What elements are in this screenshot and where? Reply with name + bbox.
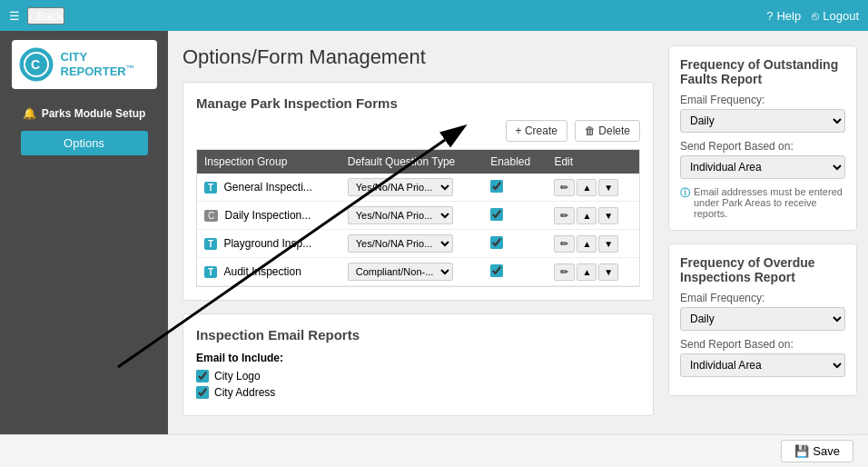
move-up-button[interactable]: ▲ [577,235,597,253]
table-row: T Audit Inspection Compliant/Non-... ✏ ▲… [197,258,639,286]
freq-outstanding-email-select[interactable]: Daily Weekly Monthly [680,109,845,133]
cell-group: T Audit Inspection [197,258,340,286]
cell-question-type[interactable]: Yes/No/NA Prio... [340,230,483,258]
table-row: T General Inspecti... Yes/No/NA Prio... … [197,174,639,202]
freq-outstanding-info: ⓘ Email addresses must be entered under … [680,186,845,219]
cell-group: T General Inspecti... [197,174,340,202]
page-title: Options/Form Management [182,45,654,69]
menu-button[interactable]: ☰ [9,9,20,23]
freq-outstanding-title: Frequency of Outstanding Faults Report [680,57,845,86]
email-checkbox-label: City Logo [214,370,261,383]
email-checkbox-0[interactable] [196,370,209,383]
type-badge: T [204,182,217,194]
cell-question-type[interactable]: Yes/No/NA Prio... [340,202,483,230]
freq-overdue-based-select[interactable]: Individual Area All Areas [680,353,845,377]
help-button[interactable]: ? Help [766,9,801,23]
table-row: C Daily Inspection... Yes/No/NA Prio... … [197,202,639,230]
group-name: Audit Inspection [223,265,301,278]
freq-overdue-email-select[interactable]: Daily Weekly Monthly [680,307,845,331]
enabled-checkbox[interactable] [490,264,503,277]
col-inspection-group: Inspection Group [197,150,340,174]
logout-label: Logout [823,9,859,23]
cell-group: T Playground Insp... [197,230,340,258]
group-name: General Inspecti... [223,181,311,194]
info-text-content: Email addresses must be entered under Pa… [694,186,845,219]
cell-question-type[interactable]: Compliant/Non-... [340,258,483,286]
question-type-select[interactable]: Yes/No/NA Prio... [348,178,453,196]
save-label: Save [813,444,840,458]
back-label: Back [36,9,63,23]
freq-overdue-email-label: Email Frequency: [680,292,845,304]
edit-button[interactable]: ✏ [554,235,575,253]
freq-overdue-title: Frequency of Overdue Inspections Report [680,255,845,284]
table-scroll-container[interactable]: Inspection Group Default Question Type E… [196,149,640,287]
save-icon: 💾 [794,444,809,458]
svg-text:C: C [31,57,40,72]
bottom-bar: 💾 Save [0,434,868,467]
sidebar-options-button[interactable]: Options [21,131,148,155]
freq-overdue-card: Frequency of Overdue Inspections Report … [668,243,857,396]
email-checkbox-1[interactable] [196,386,209,399]
row-actions: ✏ ▲ ▼ [554,207,632,224]
question-type-select[interactable]: Compliant/Non-... [348,263,453,281]
question-type-select[interactable]: Yes/No/NA Prio... [348,234,453,253]
cell-enabled[interactable] [483,202,547,230]
freq-overdue-based-label: Send Report Based on: [680,338,845,351]
row-actions: ✏ ▲ ▼ [554,179,632,196]
create-button[interactable]: + Create [506,120,567,142]
group-name: Daily Inspection... [225,209,311,222]
manage-forms-card: Manage Park Inspection Forms + Create 🗑 … [182,82,654,301]
email-include-label: Email to Include: [196,352,640,364]
freq-outstanding-based-select[interactable]: Individual Area All Areas [680,155,845,179]
move-down-button[interactable]: ▼ [598,207,618,224]
info-icon: ⓘ [680,186,690,200]
cell-enabled[interactable] [483,230,547,258]
sidebar-section-title: 🔔 Parks Module Setup [12,100,157,127]
move-down-button[interactable]: ▼ [598,235,618,253]
email-checkboxes: City Logo City Address [196,370,640,399]
delete-button[interactable]: 🗑 Delete [575,120,640,142]
table-toolbar: + Create 🗑 Delete [196,120,640,142]
col-question-type: Default Question Type [340,150,483,174]
cell-group: C Daily Inspection... [197,202,340,230]
city-reporter-logo-icon: C [19,47,54,82]
back-button[interactable]: ‹ Back [27,7,64,25]
question-type-select[interactable]: Yes/No/NA Prio... [348,206,453,224]
enabled-checkbox[interactable] [490,208,503,221]
edit-button[interactable]: ✏ [554,263,575,281]
move-up-button[interactable]: ▲ [577,179,597,196]
inspection-table: Inspection Group Default Question Type E… [197,150,639,286]
cell-enabled[interactable] [483,174,547,202]
edit-button[interactable]: ✏ [554,207,575,224]
help-label: Help [776,9,801,23]
freq-outstanding-card: Frequency of Outstanding Faults Report E… [668,45,857,231]
enabled-checkbox[interactable] [490,180,503,193]
logo-city: CITY [61,50,134,64]
move-up-button[interactable]: ▲ [577,263,597,281]
col-edit: Edit [547,150,639,174]
email-reports-title: Inspection Email Reports [196,327,640,343]
cell-edit: ✏ ▲ ▼ [547,174,639,202]
cell-enabled[interactable] [483,258,547,286]
right-column: Frequency of Outstanding Faults Report E… [668,31,868,434]
body-wrapper: C CITY REPORTER™ 🔔 Parks Module Setup Op… [0,31,868,434]
chevron-left-icon: ‹ [29,9,33,23]
row-actions: ✏ ▲ ▼ [554,263,632,281]
cell-edit: ✏ ▲ ▼ [547,258,639,286]
logout-button[interactable]: ⎋ Logout [812,9,859,23]
type-badge: T [204,266,217,278]
row-actions: ✏ ▲ ▼ [554,235,632,253]
email-checkbox-label: City Address [214,386,275,399]
manage-forms-card-title: Manage Park Inspection Forms [196,95,640,111]
logout-icon: ⎋ [812,9,819,23]
save-button[interactable]: 💾 Save [781,440,853,462]
col-enabled: Enabled [483,150,547,174]
cell-question-type[interactable]: Yes/No/NA Prio... [340,174,483,202]
edit-button[interactable]: ✏ [554,179,575,196]
enabled-checkbox[interactable] [490,236,503,249]
move-down-button[interactable]: ▼ [598,179,618,196]
cell-edit: ✏ ▲ ▼ [547,202,639,230]
email-reports-card: Inspection Email Reports Email to Includ… [182,313,654,416]
move-down-button[interactable]: ▼ [598,263,618,281]
move-up-button[interactable]: ▲ [577,207,597,224]
